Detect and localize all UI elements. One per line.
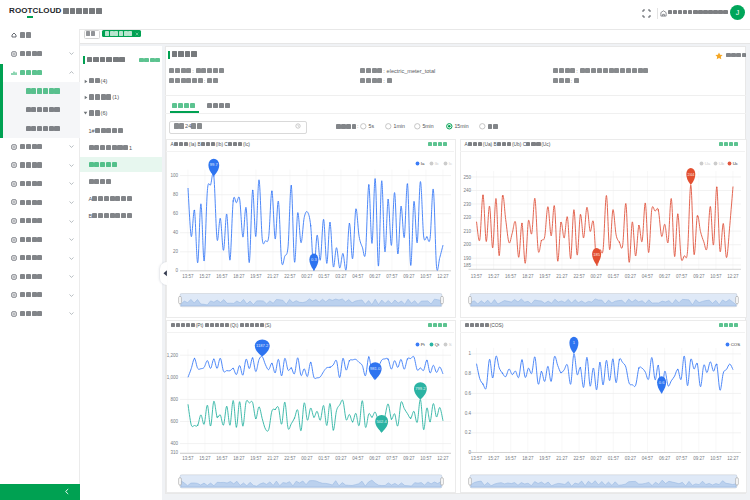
svg-text:40: 40 bbox=[173, 230, 179, 235]
svg-text:240: 240 bbox=[463, 188, 471, 193]
svg-text:13:57: 13:57 bbox=[471, 456, 483, 461]
svg-text:190: 190 bbox=[463, 256, 471, 261]
svg-text:1,000: 1,000 bbox=[167, 375, 179, 380]
svg-text:15:27: 15:27 bbox=[488, 274, 500, 279]
svg-text:Ub: Ub bbox=[719, 161, 725, 166]
svg-text:09:27: 09:27 bbox=[693, 274, 705, 279]
svg-text:22:57: 22:57 bbox=[573, 274, 585, 279]
svg-text:60: 60 bbox=[173, 211, 179, 216]
svg-text:15:27: 15:27 bbox=[199, 274, 211, 279]
svg-text:10:57: 10:57 bbox=[710, 456, 722, 461]
svg-text:04:57: 04:57 bbox=[352, 456, 364, 461]
svg-text:0.2: 0.2 bbox=[465, 430, 472, 435]
svg-text:03:27: 03:27 bbox=[335, 274, 347, 279]
svg-text:12:27: 12:27 bbox=[437, 456, 449, 461]
svg-text:16:57: 16:57 bbox=[505, 456, 517, 461]
svg-text:06:27: 06:27 bbox=[659, 274, 671, 279]
svg-text:00:27: 00:27 bbox=[591, 456, 603, 461]
svg-text:12:27: 12:27 bbox=[437, 274, 449, 279]
svg-text:07:57: 07:57 bbox=[386, 274, 398, 279]
svg-text:0: 0 bbox=[175, 268, 178, 273]
svg-text:01:57: 01:57 bbox=[608, 456, 620, 461]
svg-text:21:27: 21:27 bbox=[267, 456, 279, 461]
svg-text:04:57: 04:57 bbox=[642, 456, 654, 461]
svg-text:185: 185 bbox=[463, 263, 471, 268]
svg-text:10:57: 10:57 bbox=[710, 274, 722, 279]
svg-text:19:57: 19:57 bbox=[539, 456, 551, 461]
svg-text:400: 400 bbox=[170, 441, 178, 446]
svg-text:1187.2: 1187.2 bbox=[256, 343, 269, 348]
svg-text:Uc: Uc bbox=[733, 161, 739, 166]
svg-text:Ia: Ia bbox=[421, 161, 425, 166]
svg-text:18:27: 18:27 bbox=[233, 456, 245, 461]
svg-text:210: 210 bbox=[463, 229, 471, 234]
svg-text:COS: COS bbox=[731, 342, 741, 347]
svg-text:01:57: 01:57 bbox=[318, 274, 330, 279]
svg-text:06:27: 06:27 bbox=[369, 274, 381, 279]
svg-text:00:27: 00:27 bbox=[591, 274, 603, 279]
svg-text:16:57: 16:57 bbox=[505, 274, 517, 279]
svg-text:220: 220 bbox=[463, 215, 471, 220]
svg-text:06:27: 06:27 bbox=[659, 456, 671, 461]
svg-text:800: 800 bbox=[170, 397, 178, 402]
svg-text:13:57: 13:57 bbox=[182, 274, 194, 279]
svg-text:12:27: 12:27 bbox=[727, 456, 739, 461]
svg-text:Qt: Qt bbox=[435, 342, 440, 347]
svg-text:22:57: 22:57 bbox=[284, 456, 296, 461]
svg-text:100: 100 bbox=[170, 173, 178, 178]
svg-text:310: 310 bbox=[170, 450, 178, 455]
svg-text:S: S bbox=[449, 342, 452, 347]
svg-text:07:57: 07:57 bbox=[386, 456, 398, 461]
svg-text:21:27: 21:27 bbox=[556, 456, 568, 461]
svg-text:09:27: 09:27 bbox=[693, 456, 705, 461]
svg-text:06:27: 06:27 bbox=[369, 456, 381, 461]
svg-text:799.2: 799.2 bbox=[415, 386, 426, 391]
svg-text:03:27: 03:27 bbox=[625, 274, 637, 279]
svg-text:244: 244 bbox=[687, 172, 695, 177]
svg-text:20: 20 bbox=[173, 249, 179, 254]
svg-text:0.6: 0.6 bbox=[465, 391, 472, 396]
svg-text:03:27: 03:27 bbox=[625, 456, 637, 461]
svg-text:10:57: 10:57 bbox=[420, 274, 432, 279]
svg-text:80: 80 bbox=[173, 192, 179, 197]
svg-text:09:27: 09:27 bbox=[403, 456, 415, 461]
svg-text:15:27: 15:27 bbox=[199, 456, 211, 461]
svg-text:22:57: 22:57 bbox=[573, 456, 585, 461]
svg-text:01:57: 01:57 bbox=[318, 456, 330, 461]
svg-text:10:57: 10:57 bbox=[420, 456, 432, 461]
svg-text:12:27: 12:27 bbox=[727, 274, 739, 279]
svg-text:0.6: 0.6 bbox=[659, 380, 665, 385]
svg-text:00:27: 00:27 bbox=[301, 456, 313, 461]
svg-text:19:57: 19:57 bbox=[250, 274, 262, 279]
svg-text:981.0: 981.0 bbox=[370, 366, 381, 371]
svg-text:Ua: Ua bbox=[705, 161, 711, 166]
svg-text:502.4: 502.4 bbox=[377, 419, 388, 424]
svg-text:99.7: 99.7 bbox=[210, 162, 219, 167]
svg-text:15:27: 15:27 bbox=[488, 456, 500, 461]
svg-text:Ic: Ic bbox=[449, 161, 453, 166]
svg-text:230: 230 bbox=[463, 202, 471, 207]
svg-text:0.4: 0.4 bbox=[465, 411, 472, 416]
svg-text:16:57: 16:57 bbox=[216, 456, 228, 461]
svg-text:18:27: 18:27 bbox=[233, 274, 245, 279]
svg-text:16:57: 16:57 bbox=[216, 274, 228, 279]
svg-text:200: 200 bbox=[463, 242, 471, 247]
svg-text:600: 600 bbox=[170, 419, 178, 424]
svg-text:18:27: 18:27 bbox=[522, 456, 534, 461]
svg-text:03:27: 03:27 bbox=[335, 456, 347, 461]
svg-text:09:27: 09:27 bbox=[403, 274, 415, 279]
svg-text:19:57: 19:57 bbox=[539, 274, 551, 279]
svg-text:04:57: 04:57 bbox=[352, 274, 364, 279]
svg-text:185: 185 bbox=[593, 252, 601, 257]
svg-text:04:57: 04:57 bbox=[642, 274, 654, 279]
svg-text:Pt: Pt bbox=[421, 342, 426, 347]
svg-text:07:57: 07:57 bbox=[676, 274, 688, 279]
svg-text:13:57: 13:57 bbox=[471, 274, 483, 279]
svg-text:01:57: 01:57 bbox=[608, 274, 620, 279]
svg-text:00:27: 00:27 bbox=[301, 274, 313, 279]
svg-text:21:27: 21:27 bbox=[556, 274, 568, 279]
svg-text:1,200: 1,200 bbox=[167, 353, 179, 358]
svg-text:0.3: 0.3 bbox=[311, 257, 317, 262]
svg-text:250: 250 bbox=[463, 175, 471, 180]
svg-text:18:27: 18:27 bbox=[522, 274, 534, 279]
